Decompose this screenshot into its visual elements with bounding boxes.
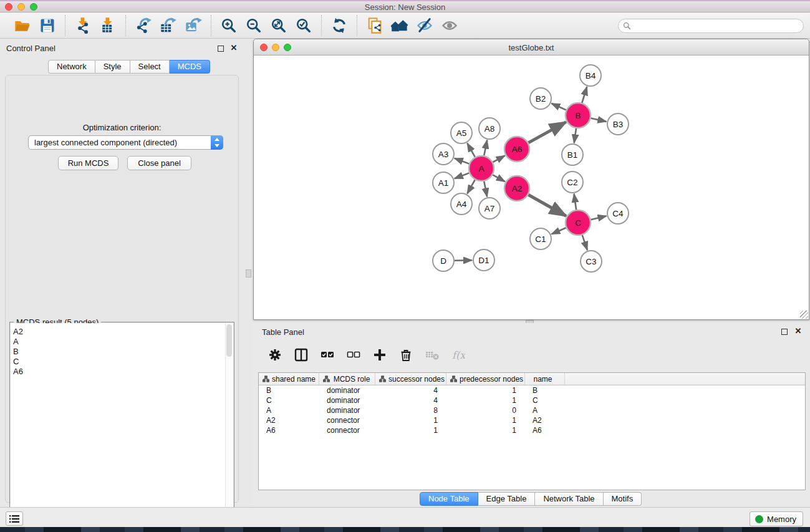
column-header-name[interactable]: name: [525, 373, 565, 385]
zoom-out-icon[interactable]: [244, 16, 264, 36]
zoom-in-icon[interactable]: [219, 16, 239, 36]
graph-node-A8[interactable]: A8: [479, 118, 500, 139]
zoom-fit-icon[interactable]: [269, 16, 289, 36]
mcds-result-item[interactable]: A6: [13, 367, 225, 377]
graph-node-D1[interactable]: D1: [473, 249, 494, 271]
graph-edge-C-C4[interactable]: [591, 216, 606, 220]
mcds-result-item[interactable]: A: [13, 337, 225, 347]
tab-style[interactable]: Style: [95, 60, 130, 74]
table-cell[interactable]: dominator: [319, 396, 375, 405]
graph-edge-B-B4[interactable]: [582, 87, 587, 103]
graph-node-C2[interactable]: C2: [562, 172, 583, 193]
tab-motifs[interactable]: Motifs: [604, 492, 642, 506]
graph-node-C4[interactable]: C4: [607, 203, 629, 224]
table-cell[interactable]: A6: [259, 426, 319, 435]
mcds-result-item[interactable]: B: [13, 347, 225, 357]
birdseye-view-icon[interactable]: [390, 16, 410, 36]
table-row[interactable]: Cdominator41C: [259, 395, 805, 405]
close-panel-button[interactable]: Close panel: [127, 156, 191, 170]
close-panel-icon[interactable]: ✕: [230, 44, 238, 52]
graph-edge-A-A8[interactable]: [484, 140, 487, 156]
graph-node-C1[interactable]: C1: [530, 228, 551, 249]
graph-edge-A-A4[interactable]: [467, 180, 475, 193]
column-header-successor-nodes[interactable]: successor nodes: [375, 373, 446, 385]
graph-node-A5[interactable]: A5: [451, 122, 472, 143]
table-cell[interactable]: 8: [375, 406, 446, 415]
graph-edge-A2-C[interactable]: [528, 195, 566, 216]
table-cell[interactable]: A2: [259, 416, 319, 425]
tab-network-table[interactable]: Network Table: [535, 492, 603, 506]
run-mcds-button[interactable]: Run MCDS: [58, 156, 118, 170]
select-all-icon[interactable]: [319, 347, 335, 363]
graph-node-A2[interactable]: A2: [504, 176, 529, 201]
tab-node-table[interactable]: Node Table: [420, 492, 478, 506]
tab-network[interactable]: Network: [48, 60, 95, 74]
graph-node-A4[interactable]: A4: [451, 193, 472, 215]
table-row[interactable]: Bdominator41B: [259, 385, 805, 395]
gear-icon[interactable]: [267, 347, 283, 363]
table-cell[interactable]: connector: [319, 426, 375, 435]
export-table-icon[interactable]: [158, 16, 178, 36]
result-scrollbar[interactable]: [225, 323, 233, 532]
export-image-icon[interactable]: [183, 16, 203, 36]
table-cell[interactable]: C: [259, 396, 319, 405]
graph-edge-C-C2[interactable]: [574, 194, 577, 210]
network-canvas[interactable]: B4 B2 B B3 A5 A8 A6 A3 B1 A A1 C2 A2: [254, 56, 809, 319]
graph-edge-C-C1[interactable]: [551, 228, 566, 234]
search-box[interactable]: [618, 19, 804, 33]
table-row[interactable]: A6connector11A6: [259, 425, 805, 435]
column-header-predecessor-nodes[interactable]: predecessor nodes: [446, 373, 525, 385]
graph-edge-B-B2[interactable]: [551, 104, 566, 110]
graph-edge-B-B3[interactable]: [591, 118, 607, 122]
delete-column-icon[interactable]: [398, 347, 414, 363]
table-cell[interactable]: A: [525, 406, 565, 415]
optimization-criterion-dropdown[interactable]: largest connected component (directed): [28, 135, 223, 150]
graph-node-A7[interactable]: A7: [479, 198, 500, 219]
tab-edge-table[interactable]: Edge Table: [478, 492, 536, 506]
graph-edge-A-A1[interactable]: [455, 173, 470, 178]
hide-overview-icon[interactable]: [415, 16, 435, 36]
vertical-splitter-grip[interactable]: [246, 269, 251, 278]
task-history-button[interactable]: [6, 511, 23, 526]
open-session-icon[interactable]: [12, 16, 32, 36]
graph-edge-A-A5[interactable]: [467, 143, 475, 157]
import-network-icon[interactable]: [73, 16, 93, 36]
table-cell[interactable]: B: [259, 386, 319, 395]
network-window-titlebar[interactable]: testGlobe.txt: [254, 39, 809, 56]
table-cell[interactable]: 1: [375, 426, 446, 435]
table-cell[interactable]: 1: [446, 426, 525, 435]
graph-node-B2[interactable]: B2: [530, 88, 551, 109]
result-scrollbar-thumb[interactable]: [226, 324, 232, 357]
mcds-result-item[interactable]: A2: [13, 327, 225, 337]
close-table-panel-icon[interactable]: ✕: [794, 327, 802, 335]
table-cell[interactable]: 1: [375, 416, 446, 425]
show-columns-icon[interactable]: [293, 347, 309, 363]
graph-edge-B-B1[interactable]: [574, 128, 576, 143]
table-cell[interactable]: dominator: [319, 406, 375, 415]
graph-node-B4[interactable]: B4: [580, 65, 601, 86]
zoom-selected-icon[interactable]: [294, 16, 314, 36]
table-row[interactable]: A2connector11A2: [259, 415, 805, 425]
refresh-icon[interactable]: [329, 16, 349, 36]
import-table-icon[interactable]: [98, 16, 118, 36]
graph-edge-C-C3[interactable]: [582, 235, 587, 250]
tab-select[interactable]: Select: [130, 60, 170, 74]
graph-edge-A-A2[interactable]: [493, 175, 505, 181]
table-row[interactable]: Adominator80A: [259, 405, 805, 415]
graph-edge-A-A7[interactable]: [484, 181, 487, 197]
graph-node-A[interactable]: A: [469, 156, 494, 181]
float-table-panel-icon[interactable]: [781, 329, 788, 335]
graph-node-A6[interactable]: A6: [504, 137, 529, 162]
graph-node-A1[interactable]: A1: [433, 172, 454, 193]
table-cell[interactable]: A6: [525, 426, 565, 435]
graph-edge-A-A6[interactable]: [493, 156, 504, 163]
save-session-icon[interactable]: [37, 16, 57, 36]
graph-node-B3[interactable]: B3: [607, 114, 629, 135]
show-eye-icon[interactable]: [440, 16, 460, 36]
graph-node-D[interactable]: D: [433, 250, 454, 271]
search-input[interactable]: [634, 21, 803, 32]
graph-edge-A-A3[interactable]: [455, 158, 470, 164]
table-cell[interactable]: B: [525, 386, 565, 395]
window-resize-grip[interactable]: [800, 311, 808, 319]
table-cell[interactable]: 1: [446, 416, 525, 425]
